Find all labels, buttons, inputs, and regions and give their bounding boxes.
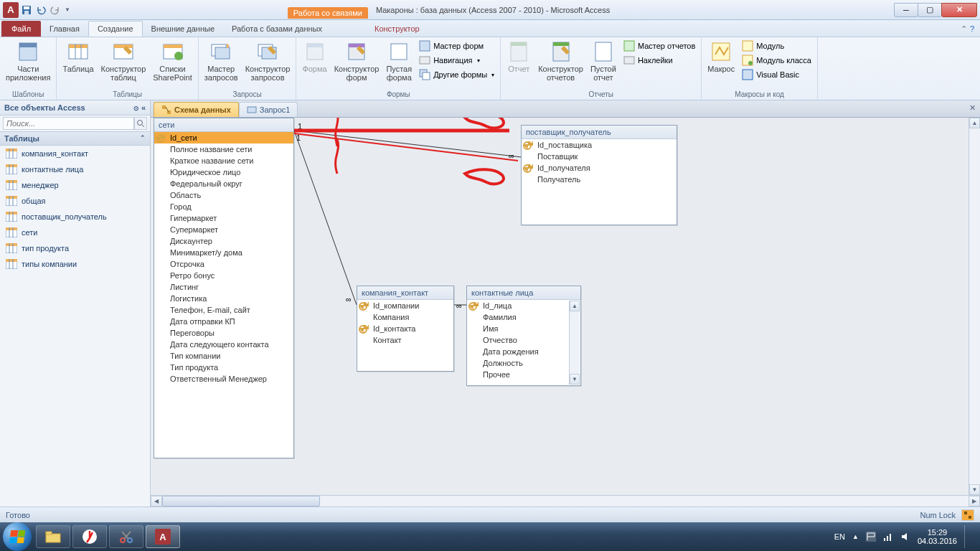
field-row[interactable]: Компания bbox=[357, 311, 453, 323]
nav-collapse-icon[interactable]: « bbox=[141, 103, 146, 112]
relationship-canvas[interactable]: 1 ∞ 1 ∞ 1 ∞ сети bbox=[151, 118, 980, 495]
field-row[interactable]: Супермаркет bbox=[154, 224, 293, 235]
btn-macro[interactable]: Макрос bbox=[705, 39, 738, 75]
doctab-query1[interactable]: Запрос1 bbox=[239, 102, 298, 117]
close-doc-icon[interactable]: ✕ bbox=[969, 103, 976, 113]
btn-class-module[interactable]: Модуль класса bbox=[739, 53, 814, 67]
ribbon-help[interactable]: ⌃? bbox=[955, 22, 980, 37]
scroll-right-icon[interactable]: ▶ bbox=[969, 496, 980, 507]
field-row[interactable]: Листинг bbox=[154, 281, 293, 293]
table-window-seti[interactable]: сети Id_сетиПолное название сетиКраткое … bbox=[154, 118, 294, 458]
close-button[interactable]: ✕ bbox=[941, 3, 977, 17]
btn-sharepoint[interactable]: СпискиSharePoint bbox=[150, 39, 194, 83]
scroll-up-icon[interactable]: ▲ bbox=[570, 301, 580, 311]
field-row[interactable]: Получатель bbox=[522, 174, 677, 185]
scroll-left-icon[interactable]: ◀ bbox=[151, 496, 162, 507]
field-row[interactable]: Дата следующего контакта bbox=[154, 339, 293, 350]
tray-network-icon[interactable] bbox=[883, 532, 893, 542]
nav-item[interactable]: типы компании bbox=[0, 256, 150, 272]
field-row[interactable]: Id_сети bbox=[154, 132, 293, 143]
tray-volume-icon[interactable] bbox=[900, 532, 910, 542]
tray-show-hidden-icon[interactable]: ▲ bbox=[852, 533, 859, 540]
maximize-button[interactable]: ▢ bbox=[918, 3, 942, 17]
nav-item[interactable]: поставщик_получатель bbox=[0, 209, 150, 225]
field-row[interactable]: Ответственный Менеджер bbox=[154, 373, 293, 385]
btn-table-design[interactable]: Конструктортаблиц bbox=[98, 39, 149, 83]
tab-create[interactable]: Создание bbox=[88, 21, 143, 37]
field-row[interactable]: Прочее bbox=[467, 369, 570, 380]
nav-item[interactable]: общая bbox=[0, 193, 150, 209]
nav-item[interactable]: компания_контакт bbox=[0, 146, 150, 161]
btn-query-design[interactable]: Конструкторзапросов bbox=[242, 39, 293, 83]
tab-file[interactable]: Файл bbox=[1, 21, 41, 37]
taskbar-yandex[interactable] bbox=[72, 525, 107, 548]
btn-query-wizard[interactable]: Мастерзапросов bbox=[202, 39, 241, 83]
table-title[interactable]: контактные лица bbox=[467, 286, 580, 300]
field-row[interactable]: Ретро бонус bbox=[154, 270, 293, 281]
btn-vba[interactable]: Visual Basic bbox=[739, 67, 814, 82]
taskbar-explorer[interactable] bbox=[36, 525, 70, 548]
field-row[interactable]: Имя bbox=[467, 323, 570, 334]
field-row[interactable]: Юридическое лицо bbox=[154, 166, 293, 178]
nav-item[interactable]: тип продукта bbox=[0, 240, 150, 256]
btn-report-wizard[interactable]: Мастер отчетов bbox=[621, 39, 698, 53]
minimize-ribbon-icon[interactable]: ⌃ bbox=[961, 24, 967, 34]
field-row[interactable]: Должность bbox=[467, 357, 570, 369]
nav-item[interactable]: контактные лица bbox=[0, 161, 150, 177]
view-buttons[interactable] bbox=[961, 509, 974, 521]
taskbar-snip[interactable] bbox=[109, 525, 143, 548]
field-row[interactable]: Id_получателя bbox=[522, 162, 677, 174]
btn-table[interactable]: Таблица bbox=[60, 39, 96, 75]
field-row[interactable]: Отсрочка bbox=[154, 258, 293, 270]
field-row[interactable]: Краткое название сети bbox=[154, 155, 293, 166]
search-icon[interactable] bbox=[134, 117, 147, 130]
scroll-thumb[interactable] bbox=[162, 496, 320, 507]
search-input[interactable] bbox=[3, 117, 134, 130]
tab-external[interactable]: Внешние данные bbox=[143, 21, 223, 37]
field-row[interactable]: Тип продукта bbox=[154, 362, 293, 373]
field-row[interactable]: Id_поставщика bbox=[522, 139, 677, 151]
collapse-icon[interactable]: ⌃ bbox=[140, 134, 146, 143]
vscrollbar[interactable]: ▲ ▼ bbox=[569, 301, 580, 385]
btn-module[interactable]: Модуль bbox=[739, 39, 814, 53]
field-row[interactable]: Телефон, E-mail, сайт bbox=[154, 304, 293, 316]
field-row[interactable]: Id_компании bbox=[357, 300, 453, 311]
field-row[interactable]: Id_контакта bbox=[357, 323, 453, 334]
tray-flag-icon[interactable] bbox=[866, 532, 876, 542]
canvas-vscroll[interactable]: ▲ ▼ bbox=[969, 118, 980, 495]
field-row[interactable]: Полное название сети bbox=[154, 143, 293, 155]
field-row[interactable]: Дискаунтер bbox=[154, 235, 293, 247]
minimize-button[interactable]: ─ bbox=[894, 3, 918, 17]
tray-clock[interactable]: 15:29 04.03.2016 bbox=[918, 528, 957, 545]
field-row[interactable]: Логистика bbox=[154, 293, 293, 304]
scroll-up-icon[interactable]: ▲ bbox=[969, 118, 980, 128]
table-window-kont[interactable]: контактные лица Id_лицаФамилияИмяОтчеств… bbox=[466, 286, 581, 386]
table-title[interactable]: компания_контакт bbox=[357, 286, 453, 300]
nav-item[interactable]: сети bbox=[0, 225, 150, 240]
field-row[interactable]: Федеральный округ bbox=[154, 178, 293, 189]
table-window-post[interactable]: поставщик_получатель Id_поставщикаПостав… bbox=[521, 125, 677, 225]
field-row[interactable]: Город bbox=[154, 201, 293, 212]
btn-blank-report[interactable]: Пустойотчет bbox=[588, 39, 619, 83]
scroll-down-icon[interactable]: ▼ bbox=[570, 374, 580, 385]
field-row[interactable]: Отчество bbox=[467, 334, 570, 346]
doctab-schema[interactable]: Схема данных bbox=[154, 102, 239, 117]
tab-home[interactable]: Главная bbox=[41, 21, 88, 37]
table-window-komp[interactable]: компания_контакт Id_компанииКомпанияId_к… bbox=[357, 286, 454, 372]
taskbar-access[interactable]: A bbox=[146, 525, 180, 548]
field-row[interactable]: Область bbox=[154, 189, 293, 201]
btn-blank-form[interactable]: Пустаяформа bbox=[383, 39, 415, 83]
nav-header[interactable]: Все объекты Access ⊙ « bbox=[0, 100, 150, 116]
field-row[interactable]: Тип компании bbox=[154, 350, 293, 362]
nav-dropdown-icon[interactable]: ⊙ bbox=[133, 105, 139, 112]
field-row[interactable]: Поставщик bbox=[522, 151, 677, 162]
canvas-hscroll[interactable]: ◀ ▶ bbox=[151, 495, 980, 507]
btn-more-forms[interactable]: Другие формы▾ bbox=[416, 67, 497, 82]
field-row[interactable]: Переговоры bbox=[154, 327, 293, 339]
tray-lang[interactable]: EN bbox=[834, 532, 845, 541]
start-button[interactable] bbox=[3, 522, 32, 551]
help-icon[interactable]: ? bbox=[970, 24, 974, 34]
btn-form-wizard[interactable]: Мастер форм bbox=[416, 39, 497, 53]
field-row[interactable]: Дата рождения bbox=[467, 346, 570, 357]
btn-form-design[interactable]: Конструкторформ bbox=[331, 39, 382, 83]
